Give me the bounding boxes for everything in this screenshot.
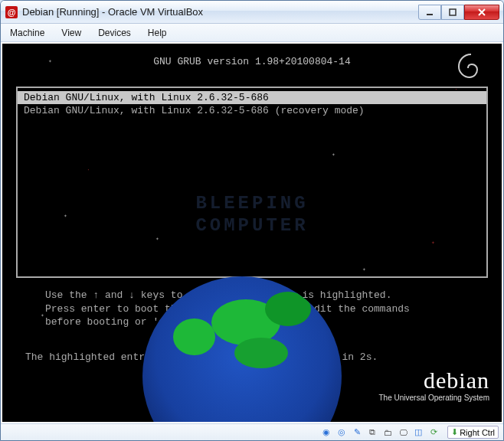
menu-devices[interactable]: Devices: [95, 26, 134, 40]
app-icon: @: [5, 6, 18, 18]
arrow-down-icon: ⬇: [451, 427, 458, 437]
window-controls: [418, 5, 499, 20]
maximize-button[interactable]: [441, 5, 464, 20]
debian-wordmark: debian: [378, 368, 489, 394]
host-key-label: Right Ctrl: [460, 428, 495, 437]
menu-help[interactable]: Help: [145, 26, 170, 40]
boot-menu[interactable]: Debian GNU/Linux, with Linux 2.6.32-5-68…: [16, 87, 488, 278]
recording-icon[interactable]: ⟳: [427, 426, 440, 439]
minimize-button[interactable]: [418, 5, 441, 20]
close-button[interactable]: [464, 5, 499, 20]
boot-entry-1[interactable]: Debian GNU/Linux, with Linux 2.6.32-5-68…: [18, 104, 486, 117]
virtualbox-window: @ Debian [Running] - Oracle VM VirtualBo…: [0, 0, 504, 441]
debian-swirl-icon: [453, 50, 489, 87]
menu-machine[interactable]: Machine: [7, 26, 47, 40]
boot-entry-0[interactable]: Debian GNU/Linux, with Linux 2.6.32-5-68…: [18, 91, 486, 104]
debian-logo: debian The Universal Operating System: [378, 368, 489, 402]
shared-folder-icon[interactable]: 🗀: [381, 426, 394, 439]
network-icon[interactable]: ⧉: [366, 426, 378, 439]
statusbar: ◉ ◎ ✎ ⧉ 🗀 🖵 ◫ ⟳ ⬇ Right Ctrl: [1, 423, 503, 440]
svg-rect-0: [427, 14, 433, 15]
menubar: Machine View Devices Help: [1, 24, 503, 42]
window-title: Debian [Running] - Oracle VM VirtualBox: [22, 6, 418, 18]
grub-header: GNU GRUB version 1.98+20100804-14: [2, 56, 502, 67]
optical-disk-icon[interactable]: ◎: [335, 426, 348, 439]
usb-icon[interactable]: ✎: [351, 426, 363, 439]
minimize-icon: [426, 8, 434, 16]
menu-view[interactable]: View: [58, 26, 84, 40]
close-icon: [477, 8, 486, 17]
hard-disk-icon[interactable]: ◉: [320, 426, 332, 439]
mouse-icon[interactable]: ◫: [412, 426, 424, 439]
guest-display[interactable]: ✦ · ✦ ✦ ✦ ✦ ✦ · ✦ · GNU GRUB version 1.9…: [2, 44, 502, 422]
svg-rect-1: [450, 9, 456, 15]
titlebar[interactable]: @ Debian [Running] - Oracle VM VirtualBo…: [1, 1, 503, 24]
display-icon[interactable]: 🖵: [397, 426, 409, 439]
debian-tagline: The Universal Operating System: [378, 394, 489, 402]
host-key-indicator[interactable]: ⬇ Right Ctrl: [447, 426, 499, 439]
maximize-icon: [449, 8, 457, 16]
